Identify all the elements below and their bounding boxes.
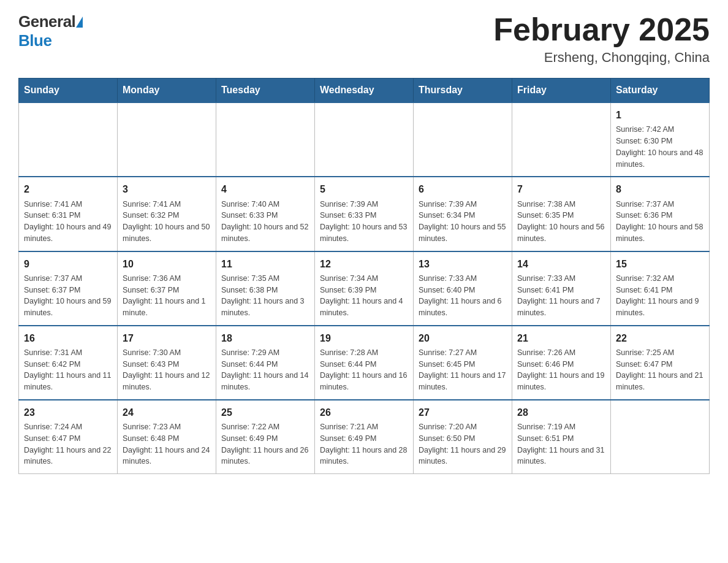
day-number: 24 [123,405,211,419]
calendar-cell: 20Sunrise: 7:27 AM Sunset: 6:45 PM Dayli… [414,326,512,400]
logo-text-general: General [18,12,75,31]
calendar-cell: 11Sunrise: 7:35 AM Sunset: 6:38 PM Dayli… [216,251,315,326]
calendar-header-friday: Friday [512,79,611,103]
day-info: Sunrise: 7:31 AM Sunset: 6:42 PM Dayligh… [24,347,112,393]
calendar-cell: 25Sunrise: 7:22 AM Sunset: 6:49 PM Dayli… [216,400,315,474]
calendar-header-row: SundayMondayTuesdayWednesdayThursdayFrid… [19,79,710,103]
week-row-3: 9Sunrise: 7:37 AM Sunset: 6:37 PM Daylig… [19,251,710,326]
day-info: Sunrise: 7:38 AM Sunset: 6:35 PM Dayligh… [517,199,605,245]
calendar-title: February 2025 [493,12,710,47]
calendar-cell: 27Sunrise: 7:20 AM Sunset: 6:50 PM Dayli… [414,400,512,474]
day-info: Sunrise: 7:37 AM Sunset: 6:36 PM Dayligh… [616,199,704,245]
logo-text-blue: Blue [18,31,51,50]
day-number: 23 [24,405,112,419]
day-info: Sunrise: 7:28 AM Sunset: 6:44 PM Dayligh… [320,347,408,393]
calendar-cell: 22Sunrise: 7:25 AM Sunset: 6:47 PM Dayli… [611,326,710,400]
calendar-cell: 26Sunrise: 7:21 AM Sunset: 6:49 PM Dayli… [315,400,414,474]
calendar-cell: 1Sunrise: 7:42 AM Sunset: 6:30 PM Daylig… [611,102,710,177]
day-number: 8 [616,182,704,196]
calendar-cell: 8Sunrise: 7:37 AM Sunset: 6:36 PM Daylig… [611,177,710,251]
day-number: 6 [419,182,507,196]
day-info: Sunrise: 7:32 AM Sunset: 6:41 PM Dayligh… [616,273,704,319]
day-number: 20 [419,331,507,345]
day-info: Sunrise: 7:30 AM Sunset: 6:43 PM Dayligh… [123,347,211,393]
week-row-2: 2Sunrise: 7:41 AM Sunset: 6:31 PM Daylig… [19,177,710,251]
day-number: 3 [123,182,211,196]
calendar-subtitle: Ersheng, Chongqing, China [493,50,710,66]
day-info: Sunrise: 7:24 AM Sunset: 6:47 PM Dayligh… [24,421,112,467]
day-number: 17 [123,331,211,345]
calendar-cell: 5Sunrise: 7:39 AM Sunset: 6:33 PM Daylig… [315,177,414,251]
day-info: Sunrise: 7:34 AM Sunset: 6:39 PM Dayligh… [320,273,408,319]
day-number: 9 [24,257,112,271]
calendar-header-wednesday: Wednesday [315,79,414,103]
day-number: 7 [517,182,605,196]
day-info: Sunrise: 7:37 AM Sunset: 6:37 PM Dayligh… [24,273,112,319]
day-number: 21 [517,331,605,345]
calendar-cell: 15Sunrise: 7:32 AM Sunset: 6:41 PM Dayli… [611,251,710,326]
day-info: Sunrise: 7:41 AM Sunset: 6:31 PM Dayligh… [24,199,112,245]
calendar-header-tuesday: Tuesday [216,79,315,103]
calendar-header-saturday: Saturday [611,79,710,103]
week-row-4: 16Sunrise: 7:31 AM Sunset: 6:42 PM Dayli… [19,326,710,400]
day-info: Sunrise: 7:33 AM Sunset: 6:41 PM Dayligh… [517,273,605,319]
calendar-cell: 23Sunrise: 7:24 AM Sunset: 6:47 PM Dayli… [19,400,118,474]
calendar-table: SundayMondayTuesdayWednesdayThursdayFrid… [18,78,710,474]
day-number: 5 [320,182,408,196]
day-number: 27 [419,405,507,419]
day-number: 22 [616,331,704,345]
calendar-cell: 24Sunrise: 7:23 AM Sunset: 6:48 PM Dayli… [118,400,216,474]
title-block: February 2025 Ersheng, Chongqing, China [493,12,710,66]
day-number: 14 [517,257,605,271]
calendar-cell: 6Sunrise: 7:39 AM Sunset: 6:34 PM Daylig… [414,177,512,251]
day-info: Sunrise: 7:29 AM Sunset: 6:44 PM Dayligh… [221,347,309,393]
calendar-header-thursday: Thursday [414,79,512,103]
calendar-cell: 13Sunrise: 7:33 AM Sunset: 6:40 PM Dayli… [414,251,512,326]
logo-triangle-icon [76,17,83,28]
calendar-cell [19,102,118,177]
day-info: Sunrise: 7:39 AM Sunset: 6:33 PM Dayligh… [320,199,408,245]
calendar-cell [512,102,611,177]
calendar-cell: 18Sunrise: 7:29 AM Sunset: 6:44 PM Dayli… [216,326,315,400]
calendar-cell: 17Sunrise: 7:30 AM Sunset: 6:43 PM Dayli… [118,326,216,400]
day-info: Sunrise: 7:21 AM Sunset: 6:49 PM Dayligh… [320,421,408,467]
day-number: 2 [24,182,112,196]
calendar-cell: 14Sunrise: 7:33 AM Sunset: 6:41 PM Dayli… [512,251,611,326]
day-info: Sunrise: 7:35 AM Sunset: 6:38 PM Dayligh… [221,273,309,319]
day-number: 13 [419,257,507,271]
page-header: General Blue February 2025 Ersheng, Chon… [18,12,710,66]
calendar-cell [118,102,216,177]
calendar-cell [611,400,710,474]
calendar-cell: 10Sunrise: 7:36 AM Sunset: 6:37 PM Dayli… [118,251,216,326]
calendar-cell [216,102,315,177]
day-info: Sunrise: 7:27 AM Sunset: 6:45 PM Dayligh… [419,347,507,393]
day-info: Sunrise: 7:25 AM Sunset: 6:47 PM Dayligh… [616,347,704,393]
day-info: Sunrise: 7:22 AM Sunset: 6:49 PM Dayligh… [221,421,309,467]
calendar-header-monday: Monday [118,79,216,103]
calendar-cell: 28Sunrise: 7:19 AM Sunset: 6:51 PM Dayli… [512,400,611,474]
day-number: 11 [221,257,309,271]
day-number: 28 [517,405,605,419]
day-info: Sunrise: 7:41 AM Sunset: 6:32 PM Dayligh… [123,199,211,245]
calendar-cell: 21Sunrise: 7:26 AM Sunset: 6:46 PM Dayli… [512,326,611,400]
calendar-cell: 19Sunrise: 7:28 AM Sunset: 6:44 PM Dayli… [315,326,414,400]
day-number: 16 [24,331,112,345]
day-info: Sunrise: 7:40 AM Sunset: 6:33 PM Dayligh… [221,199,309,245]
day-number: 1 [616,108,704,122]
calendar-cell [315,102,414,177]
day-number: 25 [221,405,309,419]
calendar-header-sunday: Sunday [19,79,118,103]
week-row-1: 1Sunrise: 7:42 AM Sunset: 6:30 PM Daylig… [19,102,710,177]
week-row-5: 23Sunrise: 7:24 AM Sunset: 6:47 PM Dayli… [19,400,710,474]
calendar-cell [414,102,512,177]
day-info: Sunrise: 7:39 AM Sunset: 6:34 PM Dayligh… [419,199,507,245]
calendar-cell: 12Sunrise: 7:34 AM Sunset: 6:39 PM Dayli… [315,251,414,326]
calendar-cell: 9Sunrise: 7:37 AM Sunset: 6:37 PM Daylig… [19,251,118,326]
day-number: 18 [221,331,309,345]
day-number: 26 [320,405,408,419]
calendar-cell: 4Sunrise: 7:40 AM Sunset: 6:33 PM Daylig… [216,177,315,251]
calendar-cell: 16Sunrise: 7:31 AM Sunset: 6:42 PM Dayli… [19,326,118,400]
calendar-cell: 2Sunrise: 7:41 AM Sunset: 6:31 PM Daylig… [19,177,118,251]
calendar-cell: 3Sunrise: 7:41 AM Sunset: 6:32 PM Daylig… [118,177,216,251]
day-number: 15 [616,257,704,271]
